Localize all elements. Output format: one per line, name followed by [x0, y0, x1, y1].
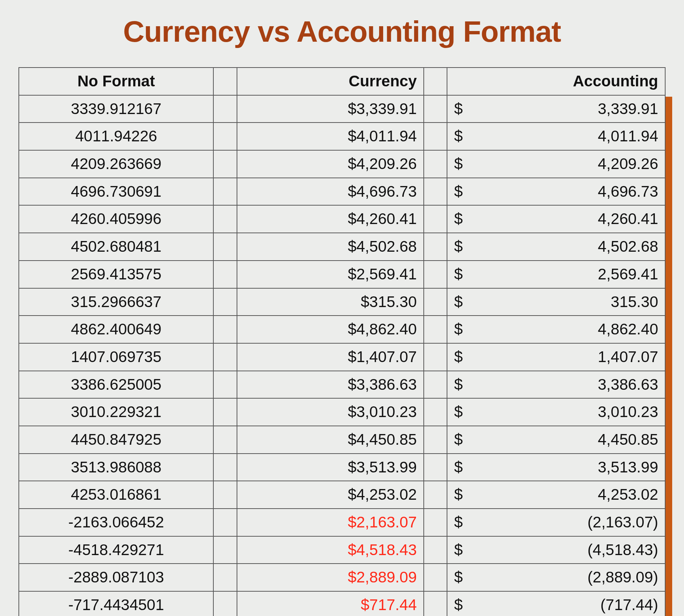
cell-noformat: 2569.413575	[19, 261, 213, 288]
table-row: 3513.986088$3,513.99$3,513.99	[19, 454, 665, 481]
cell-currency: $4,260.41	[237, 205, 424, 233]
table-row: 4253.016861$4,253.02$4,253.02	[19, 481, 665, 509]
table-row: 3010.229321$3,010.23$3,010.23	[19, 398, 665, 426]
cell-currency: $4,696.73	[237, 178, 424, 206]
cell-accounting: $4,011.94	[447, 123, 665, 150]
dollar-sign: $	[454, 319, 463, 340]
table-row: 4450.847925$4,450.85$4,450.85	[19, 426, 665, 454]
cell-noformat: 315.2966637	[19, 288, 213, 316]
cell-noformat: 4011.94226	[19, 123, 213, 150]
cell-spacer	[424, 261, 447, 288]
dollar-sign: $	[454, 126, 463, 147]
cell-noformat: -4518.429271	[19, 536, 213, 564]
cell-spacer	[424, 95, 447, 123]
accounting-value: 3,339.91	[598, 100, 659, 117]
table-wrapper: No Format Currency Accounting 3339.91216…	[18, 67, 666, 616]
cell-spacer	[424, 233, 447, 261]
cell-spacer	[213, 398, 237, 426]
cell-accounting: $3,010.23	[447, 398, 665, 426]
cell-accounting: $2,569.41	[447, 261, 665, 288]
table-row: 4011.94226$4,011.94$4,011.94	[19, 123, 665, 150]
table-row: 2569.413575$2,569.41$2,569.41	[19, 261, 665, 288]
cell-accounting: $315.30	[447, 288, 665, 316]
accounting-value: (717.44)	[601, 596, 658, 613]
accounting-value: 3,010.23	[598, 403, 659, 420]
cell-spacer	[424, 481, 447, 509]
accounting-value: 2,569.41	[598, 265, 659, 283]
cell-currency: $3,513.99	[237, 454, 424, 481]
cell-spacer	[424, 509, 447, 536]
dollar-sign: $	[454, 484, 463, 505]
table-row: 3339.912167$3,339.91$3,339.91	[19, 95, 665, 123]
cell-currency: $4,253.02	[237, 481, 424, 509]
cell-spacer	[213, 205, 237, 233]
cell-noformat: -2163.066452	[19, 509, 213, 536]
cell-currency: $4,862.40	[237, 316, 424, 343]
cell-currency: $2,569.41	[237, 261, 424, 288]
cell-accounting: $4,260.41	[447, 205, 665, 233]
dollar-sign: $	[454, 347, 463, 368]
cell-spacer	[424, 371, 447, 399]
dollar-sign: $	[454, 402, 463, 423]
accounting-value: 1,407.07	[598, 348, 659, 365]
cell-accounting: $(2,889.09)	[447, 564, 665, 591]
cell-spacer	[424, 150, 447, 178]
dollar-sign: $	[454, 567, 463, 588]
cell-spacer	[213, 591, 237, 616]
cell-spacer	[213, 261, 237, 288]
cell-currency: $3,386.63	[237, 371, 424, 399]
table-row: 3386.625005$3,386.63$3,386.63	[19, 371, 665, 399]
cell-accounting: $(4,518.43)	[447, 536, 665, 564]
cell-spacer	[213, 371, 237, 399]
cell-accounting: $1,407.07	[447, 343, 665, 371]
accounting-value: 3,386.63	[598, 376, 659, 393]
cell-spacer	[424, 426, 447, 454]
accounting-value: 4,253.02	[598, 486, 659, 503]
cell-spacer	[424, 564, 447, 591]
accounting-value: 4,260.41	[598, 210, 659, 227]
cell-noformat: 4862.400649	[19, 316, 213, 343]
dollar-sign: $	[454, 512, 463, 533]
cell-currency: $2,163.07	[237, 509, 424, 536]
dollar-sign: $	[454, 292, 463, 313]
cell-spacer	[213, 123, 237, 150]
header-accounting: Accounting	[447, 68, 665, 95]
cell-spacer	[424, 288, 447, 316]
accent-bar-right	[666, 97, 672, 616]
cell-spacer	[213, 509, 237, 536]
cell-spacer	[424, 536, 447, 564]
cell-currency: $2,889.09	[237, 564, 424, 591]
cell-currency: $4,518.43	[237, 536, 424, 564]
cell-noformat: 4502.680481	[19, 233, 213, 261]
cell-accounting: $(2,163.07)	[447, 509, 665, 536]
header-currency: Currency	[237, 68, 424, 95]
cell-spacer	[213, 426, 237, 454]
cell-spacer	[213, 454, 237, 481]
table-row: 315.2966637$315.30$315.30	[19, 288, 665, 316]
dollar-sign: $	[454, 374, 463, 395]
cell-accounting: $4,450.85	[447, 426, 665, 454]
table-row: -717.4434501$717.44$(717.44)	[19, 591, 665, 616]
cell-noformat: -2889.087103	[19, 564, 213, 591]
cell-spacer	[424, 316, 447, 343]
cell-currency: $1,407.07	[237, 343, 424, 371]
cell-spacer	[424, 178, 447, 206]
table-row: 4862.400649$4,862.40$4,862.40	[19, 316, 665, 343]
dollar-sign: $	[454, 540, 463, 561]
cell-spacer	[213, 178, 237, 206]
header-spacer	[424, 68, 447, 95]
cell-spacer	[424, 123, 447, 150]
accounting-value: (2,163.07)	[588, 513, 658, 531]
accounting-value: 4,450.85	[598, 431, 659, 448]
cell-noformat: 1407.069735	[19, 343, 213, 371]
cell-spacer	[213, 288, 237, 316]
cell-spacer	[213, 536, 237, 564]
cell-accounting: $3,339.91	[447, 95, 665, 123]
page-title: Currency vs Accounting Format	[18, 15, 666, 49]
cell-accounting: $3,513.99	[447, 454, 665, 481]
cell-spacer	[213, 95, 237, 123]
cell-spacer	[213, 316, 237, 343]
dollar-sign: $	[454, 595, 463, 616]
accounting-value: 4,696.73	[598, 183, 659, 200]
dollar-sign: $	[454, 181, 463, 202]
